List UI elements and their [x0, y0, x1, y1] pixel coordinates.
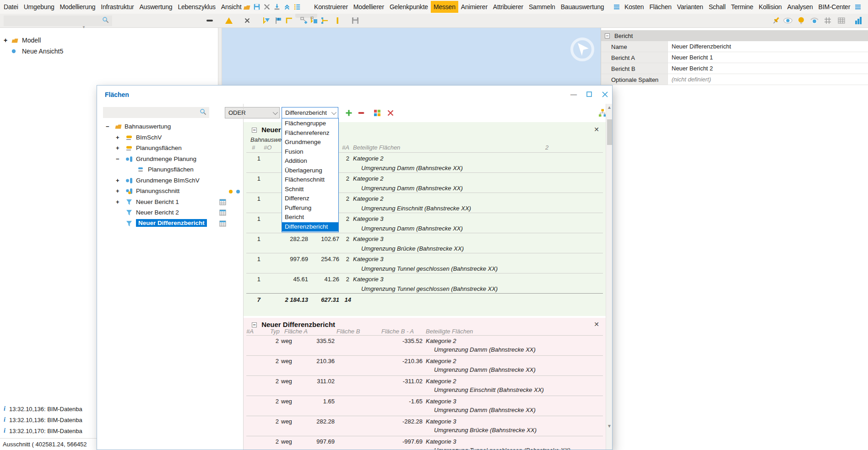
- dialog-tree-item-neuer-bericht-1[interactable]: +Neuer Bericht 1: [97, 198, 243, 207]
- scroll-up-icon[interactable]: ▲: [607, 105, 612, 110]
- menu-item-analysen[interactable]: Analysen: [785, 1, 816, 13]
- table-icon[interactable]: [836, 16, 846, 26]
- menu-item-messen[interactable]: Messen: [431, 1, 458, 13]
- property-value[interactable]: (nicht definiert): [667, 74, 868, 85]
- scrollbar-thumb[interactable]: [607, 119, 612, 145]
- perpendicular-icon[interactable]: [320, 16, 330, 26]
- compass-icon[interactable]: [570, 37, 595, 62]
- bulb-icon[interactable]: [796, 16, 806, 26]
- delete-x-icon[interactable]: [385, 108, 396, 118]
- menu-item-schall[interactable]: Schall: [706, 1, 728, 13]
- dialog-tree-item-bimschv[interactable]: +BImSchV: [97, 133, 243, 143]
- menu-item-termine[interactable]: Termine: [728, 1, 756, 13]
- menu-item-bim-center[interactable]: BIM-Center: [816, 1, 853, 13]
- dropdown-option-bericht[interactable]: Bericht: [282, 213, 338, 222]
- dialog-tree-item-neuer-bericht-2[interactable]: Neuer Bericht 2: [97, 208, 243, 218]
- categories-icon[interactable]: [372, 108, 382, 118]
- expander-icon[interactable]: +: [116, 177, 119, 184]
- expander-icon[interactable]: +: [116, 188, 119, 194]
- visibility-icon[interactable]: [809, 16, 819, 26]
- close-button[interactable]: [599, 89, 611, 99]
- dialog-search-input[interactable]: [103, 107, 209, 118]
- minimize-button[interactable]: —: [568, 89, 580, 99]
- dropdown-option-fusion[interactable]: Fusion: [282, 147, 338, 157]
- add-icon[interactable]: [344, 108, 354, 118]
- menu-item-animierer[interactable]: Animierer: [458, 1, 490, 13]
- menu-item-konstruierer[interactable]: Konstruierer: [311, 1, 351, 13]
- menu-item-varianten[interactable]: Varianten: [674, 1, 706, 13]
- dialog-tree-item-planungsfl-chen[interactable]: +Planungsflächen: [97, 144, 243, 153]
- triangle-icon[interactable]: [224, 16, 234, 26]
- menu-item-kollision[interactable]: Kollision: [756, 1, 784, 13]
- menu-item-datei[interactable]: Datei: [1, 1, 21, 13]
- menu-item-fl-chen[interactable]: Flächen: [646, 1, 674, 13]
- floppy-icon[interactable]: [350, 16, 360, 26]
- table-icon[interactable]: [219, 220, 226, 228]
- menu-item-attribuierer[interactable]: Attribuierer: [490, 1, 526, 13]
- dropdown-option-fl-chengruppe[interactable]: Flächengruppe: [282, 119, 338, 129]
- collapse-icon[interactable]: −: [252, 128, 257, 133]
- area-select-icon[interactable]: [309, 16, 319, 26]
- expander-icon[interactable]: +: [116, 134, 119, 141]
- folder-icon[interactable]: [242, 1, 252, 12]
- remove-icon[interactable]: [356, 108, 366, 118]
- menu-item-infrastruktur[interactable]: Infrastruktur: [98, 1, 136, 13]
- minus-icon[interactable]: [205, 16, 215, 26]
- tools-icon[interactable]: [262, 1, 272, 12]
- import-icon[interactable]: [272, 1, 282, 12]
- dialog-tree-item-planungsschnitt[interactable]: +Planungsschnitt: [97, 187, 243, 196]
- chart-icon[interactable]: [853, 16, 863, 26]
- dialog-tree-item-planungsfl-chen[interactable]: Planungsflächen: [97, 165, 243, 175]
- dropdown-option-differenzbericht[interactable]: Differenzbericht: [282, 222, 338, 232]
- menu-item-kosten[interactable]: Kosten: [622, 1, 646, 13]
- table-icon[interactable]: [219, 199, 226, 207]
- dropdown-option-differenz[interactable]: Differenz: [282, 194, 338, 204]
- add-point-icon[interactable]: [298, 16, 309, 26]
- menu-item-sammeln[interactable]: Sammeln: [526, 1, 558, 13]
- menu-overflow-icon[interactable]: [853, 1, 863, 12]
- corner-icon[interactable]: [284, 16, 294, 26]
- eye-icon[interactable]: [783, 16, 793, 26]
- property-value[interactable]: Neuer Bericht 2: [667, 63, 868, 74]
- dialog-tree-item-grundmenge-planung[interactable]: −Grundmenge Planung: [97, 155, 243, 164]
- menu-overflow-icon[interactable]: [612, 1, 622, 12]
- main-search-input[interactable]: [4, 16, 112, 26]
- collapse-icon[interactable]: −: [605, 33, 610, 38]
- pick-arrow-icon[interactable]: [261, 16, 271, 26]
- splitter-arrow-icon[interactable]: ▼: [82, 25, 86, 29]
- maximize-button[interactable]: [583, 89, 595, 99]
- menu-item-lebenszyklus[interactable]: Lebenszyklus: [175, 1, 218, 13]
- dropdown-option-schnitt[interactable]: Schnitt: [282, 185, 338, 194]
- menu-item-gelenkpunkte[interactable]: Gelenkpunkte: [387, 1, 431, 13]
- dropdown-option-berlagerung[interactable]: Überlagerung: [282, 166, 338, 176]
- close-icon[interactable]: ✕: [593, 126, 600, 133]
- save-icon[interactable]: [252, 1, 262, 12]
- dropdown-option-addition[interactable]: Addition: [282, 156, 338, 166]
- separator-bar-icon[interactable]: [332, 16, 342, 26]
- properties-group-header[interactable]: − Bericht: [601, 30, 868, 41]
- expander-icon[interactable]: −: [116, 155, 119, 162]
- menu-item-bauauswertung[interactable]: Bauauswertung: [558, 1, 607, 13]
- cancel-x-icon[interactable]: [242, 16, 252, 26]
- menu-item-umgebung[interactable]: Umgebung: [21, 1, 57, 13]
- property-value[interactable]: Neuer Differenzbericht: [667, 41, 868, 52]
- close-icon[interactable]: ✕: [593, 321, 600, 328]
- expander-icon[interactable]: +: [116, 145, 119, 151]
- operator-combobox[interactable]: ODER: [225, 107, 280, 118]
- menu-item-ansicht[interactable]: Ansicht: [218, 1, 244, 13]
- dropdown-option-fl-chenschnitt[interactable]: Flächenschnitt: [282, 175, 338, 185]
- dropdown-option-fl-chenreferenz[interactable]: Flächenreferenz: [282, 129, 338, 138]
- table-icon[interactable]: [219, 209, 226, 217]
- dialog-tree-item-neuer-differenzbericht[interactable]: Neuer Differenzbericht: [97, 219, 243, 229]
- menu-item-modellierung[interactable]: Modellierung: [57, 1, 98, 13]
- dropdown-option-grundmenge[interactable]: Grundmenge: [282, 138, 338, 147]
- grid-icon[interactable]: [823, 16, 833, 26]
- expander-icon[interactable]: −: [106, 123, 109, 130]
- menu-item-auswertung[interactable]: Auswertung: [136, 1, 175, 13]
- expander-icon[interactable]: +: [4, 37, 10, 44]
- dialog-scrollbar[interactable]: ▲ ▼: [606, 104, 613, 450]
- model-tree-item-modell[interactable]: +Modell: [0, 36, 41, 45]
- expander-icon[interactable]: +: [116, 198, 119, 205]
- collapse-icon[interactable]: −: [252, 322, 257, 327]
- dialog-tree-item-grundmenge-bimschv[interactable]: +Grundmenge BImSchV: [97, 176, 243, 186]
